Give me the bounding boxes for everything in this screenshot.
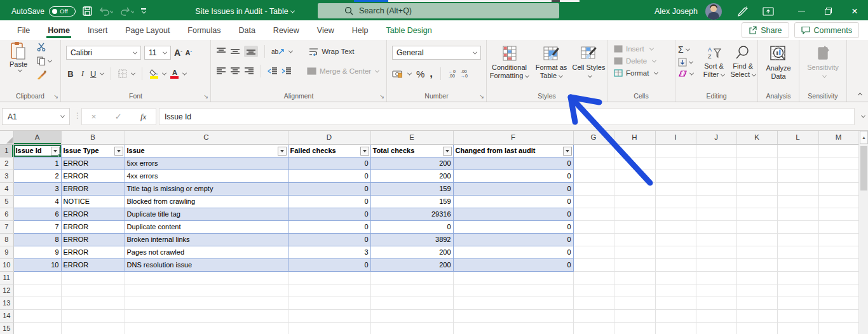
row-header-10[interactable]: 10 xyxy=(0,258,13,271)
cell-H9[interactable] xyxy=(614,246,655,258)
cell-H2[interactable] xyxy=(614,157,655,170)
cell-L10[interactable] xyxy=(777,258,818,271)
cell-D7[interactable]: 0 xyxy=(288,220,370,233)
column-header-F[interactable]: F xyxy=(453,131,573,144)
row-header-7[interactable]: 7 xyxy=(0,220,13,233)
cell-I2[interactable] xyxy=(655,157,696,170)
find-select-button[interactable]: Find & Select xyxy=(728,44,757,90)
autosave-toggle[interactable]: AutoSave Off xyxy=(11,6,76,17)
vertical-scrollbar[interactable]: ▲ xyxy=(858,131,868,334)
cell-A15[interactable] xyxy=(13,322,61,334)
cell-K12[interactable] xyxy=(736,284,777,297)
cell-B8[interactable]: ERROR xyxy=(61,233,125,246)
cell-G10[interactable] xyxy=(573,258,614,271)
cell-M3[interactable] xyxy=(818,170,858,182)
cell-G14[interactable] xyxy=(573,309,614,322)
cell-K13[interactable] xyxy=(736,297,777,309)
cell-F12[interactable] xyxy=(453,284,573,297)
cell-H12[interactable] xyxy=(614,284,655,297)
cell-L9[interactable] xyxy=(777,246,818,258)
percent-style-icon[interactable]: % xyxy=(416,69,424,79)
cell-C13[interactable] xyxy=(125,297,288,309)
cell-K9[interactable] xyxy=(736,246,777,258)
cell-D4[interactable]: 0 xyxy=(288,182,370,195)
name-box[interactable]: A1 xyxy=(2,108,70,125)
cell-F11[interactable] xyxy=(453,271,573,284)
cell-A7[interactable]: 7 xyxy=(13,220,61,233)
cell-K5[interactable] xyxy=(736,195,777,208)
cell-A8[interactable]: 8 xyxy=(13,233,61,246)
cell-A9[interactable]: 9 xyxy=(13,246,61,258)
cell-E4[interactable]: 159 xyxy=(370,182,453,195)
tab-file[interactable]: File xyxy=(8,20,39,40)
analyze-data-button[interactable]: Analyze Data xyxy=(759,44,797,90)
cell-C2[interactable]: 5xx errors xyxy=(125,157,288,170)
cell-H7[interactable] xyxy=(614,220,655,233)
cell-E15[interactable] xyxy=(370,322,453,334)
cell-H3[interactable] xyxy=(614,170,655,182)
cell-C11[interactable] xyxy=(125,271,288,284)
row-header-3[interactable]: 3 xyxy=(0,170,13,182)
cell-L6[interactable] xyxy=(777,208,818,220)
column-header-M[interactable]: M xyxy=(818,131,858,144)
cell-B13[interactable] xyxy=(61,297,125,309)
tab-insert[interactable]: Insert xyxy=(79,20,116,40)
cell-K3[interactable] xyxy=(736,170,777,182)
tab-home[interactable]: Home xyxy=(39,20,79,40)
row-header-14[interactable]: 14 xyxy=(0,309,13,322)
cell-B12[interactable] xyxy=(61,284,125,297)
cell-B1[interactable]: Issue Type xyxy=(61,144,125,157)
cell-E1[interactable]: Total checks xyxy=(370,144,453,157)
align-right-icon[interactable] xyxy=(244,67,254,76)
cell-I12[interactable] xyxy=(655,284,696,297)
scroll-up-icon[interactable]: ▲ xyxy=(860,131,868,144)
cell-K4[interactable] xyxy=(736,182,777,195)
cell-B4[interactable]: ERROR xyxy=(61,182,125,195)
filter-button-total-checks[interactable] xyxy=(443,147,452,156)
cell-G5[interactable] xyxy=(573,195,614,208)
search-box[interactable]: Search (Alt+Q) xyxy=(318,3,559,18)
cell-A3[interactable]: 2 xyxy=(13,170,61,182)
delete-cells-button[interactable]: Delete xyxy=(614,57,675,65)
row-header-12[interactable]: 12 xyxy=(0,284,13,297)
cell-L8[interactable] xyxy=(777,233,818,246)
cell-E10[interactable]: 200 xyxy=(370,258,453,271)
orientation-icon[interactable]: ab xyxy=(271,48,285,55)
align-middle-icon[interactable] xyxy=(230,47,240,56)
cell-H14[interactable] xyxy=(614,309,655,322)
wrap-text-button[interactable]: Wrap Text xyxy=(309,48,354,56)
column-header-E[interactable]: E xyxy=(370,131,453,144)
cell-D9[interactable]: 3 xyxy=(288,246,370,258)
cell-G11[interactable] xyxy=(573,271,614,284)
cell-C15[interactable] xyxy=(125,322,288,334)
cell-C8[interactable]: Broken internal links xyxy=(125,233,288,246)
cell-I1[interactable] xyxy=(655,144,696,157)
accounting-format-icon[interactable] xyxy=(392,70,403,78)
font-size-select[interactable]: 11 xyxy=(144,46,171,60)
cell-J3[interactable] xyxy=(696,170,736,182)
cell-L14[interactable] xyxy=(777,309,818,322)
cell-B11[interactable] xyxy=(61,271,125,284)
enter-icon[interactable]: ✓ xyxy=(115,112,122,121)
merge-center-button[interactable]: Merge & Center xyxy=(307,67,379,75)
cell-I15[interactable] xyxy=(655,322,696,334)
close-button[interactable]: × xyxy=(841,2,868,20)
align-top-icon[interactable] xyxy=(216,47,226,56)
align-center-icon[interactable] xyxy=(230,67,240,76)
cell-I5[interactable] xyxy=(655,195,696,208)
cell-E2[interactable]: 200 xyxy=(370,157,453,170)
formula-bar-resizer[interactable]: ⋮ xyxy=(74,111,81,120)
filter-button-issue[interactable] xyxy=(278,147,287,156)
cell-J14[interactable] xyxy=(696,309,736,322)
row-header-4[interactable]: 4 xyxy=(0,182,13,195)
cell-G2[interactable] xyxy=(573,157,614,170)
cell-E12[interactable] xyxy=(370,284,453,297)
cell-F15[interactable] xyxy=(453,322,573,334)
cell-F5[interactable]: 0 xyxy=(453,195,573,208)
cell-I3[interactable] xyxy=(655,170,696,182)
cell-F10[interactable]: 0 xyxy=(453,258,573,271)
cell-D6[interactable]: 0 xyxy=(288,208,370,220)
cell-J7[interactable] xyxy=(696,220,736,233)
column-header-K[interactable]: K xyxy=(736,131,777,144)
cell-L2[interactable] xyxy=(777,157,818,170)
